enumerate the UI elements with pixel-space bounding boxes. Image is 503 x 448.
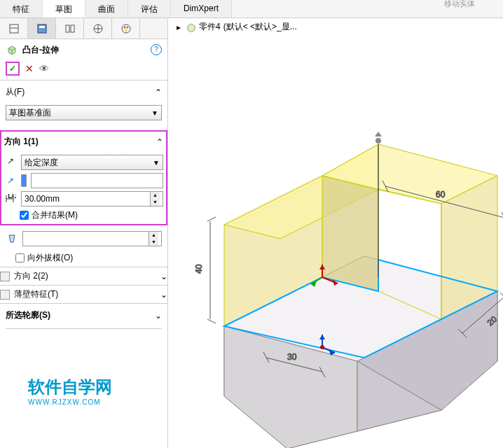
tab-features[interactable]: 特征: [0, 0, 43, 18]
extrude-icon: [6, 43, 18, 56]
dir2-section[interactable]: 方向 2(2) ⌄: [0, 267, 167, 285]
cancel-button[interactable]: ✕: [25, 63, 34, 74]
sketch-plane-dropdown[interactable]: 草图基准面 ▼: [6, 105, 162, 120]
merge-result-label: 合并结果(M): [32, 209, 78, 221]
preview-toggle[interactable]: 👁: [39, 63, 49, 74]
svg-line-32: [207, 319, 216, 323]
ribbon-tabs: 特征 草图 曲面 评估 DimXpert: [0, 0, 503, 18]
chevron-down-icon: ⌄: [160, 290, 167, 300]
depth-value: 30.00mm: [25, 194, 150, 204]
viewport-3d[interactable]: ▸ 零件4 (默认< <默认>_显...: [168, 18, 503, 448]
dim-30: 30: [287, 352, 297, 362]
dir2-label: 方向 2(2): [14, 270, 48, 282]
dropdown-arrow-icon: ▼: [153, 159, 160, 167]
chevron-up-icon: ⌃: [156, 137, 163, 147]
dir1-label: 方向 1(1): [4, 136, 39, 148]
spinner-up-button[interactable]: ▲: [151, 192, 160, 199]
sketch-plane-value: 草图基准面: [9, 107, 51, 119]
tab-sketch[interactable]: 草图: [43, 0, 85, 18]
end-condition-value: 给定深度: [25, 157, 58, 169]
watermark-url: WWW.RJZXW.COM: [28, 398, 112, 406]
confirm-button[interactable]: ✓: [6, 62, 20, 76]
feature-header: 凸台-拉伸 ?: [0, 39, 167, 60]
thin-label: 薄壁特征(T): [14, 288, 58, 300]
from-section: 从(F) ⌃ 草图基准面 ▼: [0, 80, 167, 127]
panel-tab-feature-tree[interactable]: [0, 18, 28, 38]
spinner-up-button[interactable]: ▲: [149, 232, 158, 239]
svg-rect-4: [66, 25, 69, 32]
depth-icon[interactable]: D1: [4, 192, 17, 205]
breadcrumb-config: (默认< <默认>_显...: [223, 21, 297, 33]
top-menu-hint: 移动实体: [444, 0, 475, 9]
svg-marker-25: [375, 132, 382, 136]
svg-rect-0: [10, 24, 18, 33]
panel-tab-appearance[interactable]: [112, 18, 140, 38]
svg-point-24: [375, 138, 381, 144]
dir1-header[interactable]: 方向 1(1) ⌃: [4, 134, 163, 149]
svg-point-30: [320, 345, 324, 349]
panel-tabs: [0, 18, 167, 39]
thin-feature-section[interactable]: 薄壁特征(T) ⌄: [0, 285, 167, 303]
reverse-direction-icon[interactable]: ↗: [4, 155, 17, 167]
merge-result-checkbox[interactable]: [20, 211, 29, 220]
chevron-up-icon: ⌃: [155, 88, 162, 97]
dim-40: 40: [194, 264, 204, 274]
svg-rect-3: [39, 26, 45, 28]
breadcrumb-part[interactable]: 零件4: [199, 21, 221, 33]
svg-rect-2: [38, 24, 46, 33]
property-manager-panel: 凸台-拉伸 ? ✓ ✕ 👁 从(F) ⌃ 草图基准面 ▼ 方向 1(1): [0, 18, 168, 448]
contours-section: 所选轮廓(S) ⌄: [0, 303, 167, 329]
direction-color-strip: [21, 174, 27, 187]
chevron-down-icon: ⌄: [160, 272, 167, 281]
feature-title: 凸台-拉伸: [22, 44, 59, 56]
contours-header[interactable]: 所选轮廓(S) ⌄: [6, 308, 162, 323]
tab-evaluate[interactable]: 评估: [128, 0, 171, 18]
draft-angle-input[interactable]: ▲ ▼: [22, 231, 162, 246]
svg-rect-5: [71, 25, 74, 32]
dim-60: 60: [436, 190, 446, 200]
draft-outward-label: 向外拔模(O): [27, 252, 73, 264]
expand-tree-icon[interactable]: ▸: [174, 22, 184, 32]
model-3d-svg: 40 60 30 20: [182, 60, 503, 448]
contours-label: 所选轮廓(S): [6, 309, 50, 321]
help-icon[interactable]: ?: [151, 44, 162, 55]
watermark-text: 软件自学网: [28, 376, 112, 398]
svg-point-9: [122, 24, 130, 33]
draft-outward-checkbox[interactable]: [15, 253, 25, 262]
panel-tab-property-manager[interactable]: [28, 18, 56, 38]
dropdown-arrow-icon: ▼: [151, 109, 158, 117]
draft-icon[interactable]: [6, 232, 18, 245]
part-icon: [186, 22, 196, 32]
spinner-down-button[interactable]: ▼: [151, 199, 160, 206]
panel-tab-dimxpert[interactable]: [84, 18, 112, 38]
end-condition-dropdown[interactable]: 给定深度 ▼: [21, 155, 163, 170]
svg-text:D1: D1: [8, 194, 16, 200]
svg-point-10: [123, 26, 125, 28]
tab-dimxpert[interactable]: DimXpert: [171, 0, 232, 18]
svg-line-33: [207, 217, 216, 221]
from-label: 从(F): [6, 86, 25, 98]
feature-tree-breadcrumb: ▸ 零件4 (默认< <默认>_显...: [174, 21, 297, 33]
chevron-down-icon: ⌄: [155, 311, 162, 321]
depth-input[interactable]: 30.00mm ▲ ▼: [21, 191, 163, 206]
expand-box-icon: [0, 272, 10, 281]
svg-point-12: [125, 29, 127, 31]
direction-reference-input[interactable]: [31, 173, 163, 188]
spinner-down-button[interactable]: ▼: [149, 239, 158, 246]
direction-vector-icon[interactable]: ↗: [4, 174, 17, 187]
from-section-header[interactable]: 从(F) ⌃: [6, 85, 162, 99]
action-row: ✓ ✕ 👁: [0, 60, 167, 80]
tab-surfaces[interactable]: 曲面: [85, 0, 128, 18]
panel-tab-config[interactable]: [56, 18, 84, 38]
direction1-highlight: 方向 1(1) ⌃ ↗ 给定深度 ▼ ↗ D1 30.00mm: [0, 130, 167, 225]
watermark: 软件自学网 WWW.RJZXW.COM: [28, 376, 112, 406]
svg-point-11: [126, 26, 128, 28]
expand-box-icon: [0, 290, 10, 300]
